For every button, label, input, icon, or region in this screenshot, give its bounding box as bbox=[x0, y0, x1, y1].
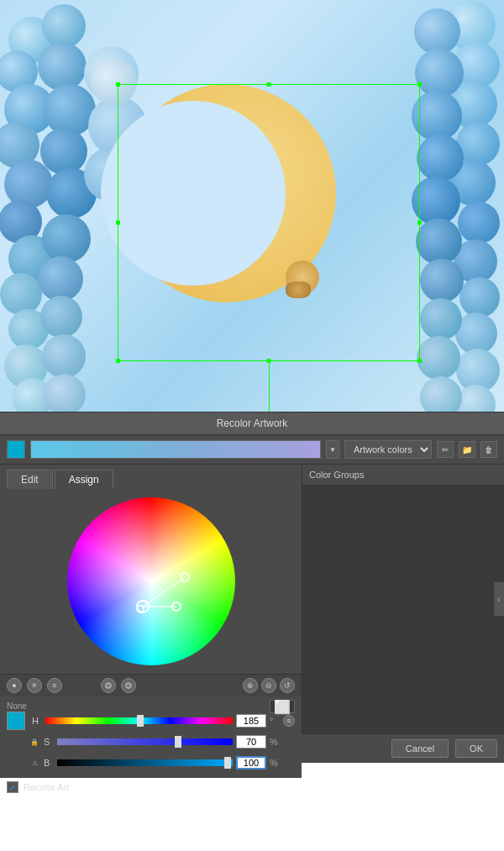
color-bar-row: ▼ Artwork colors ✏ 📁 🗑 bbox=[0, 435, 504, 465]
h-slider[interactable] bbox=[45, 715, 233, 727]
feather-circle bbox=[417, 336, 460, 380]
gear-icon-1[interactable]: ⚙ bbox=[101, 678, 116, 693]
b-unit: % bbox=[270, 758, 280, 768]
b-thumb[interactable] bbox=[224, 757, 231, 769]
feather-circle bbox=[44, 374, 86, 412]
wheel-area bbox=[0, 489, 302, 674]
s-slider[interactable] bbox=[57, 736, 233, 748]
feather-circle bbox=[420, 298, 462, 340]
tab-assign[interactable]: Assign bbox=[55, 470, 113, 489]
recolor-art-label: Recolor Art bbox=[24, 782, 69, 792]
feather-circle bbox=[414, 8, 460, 55]
h-options-icon[interactable]: ≡ bbox=[283, 715, 295, 727]
h-swatch bbox=[7, 712, 25, 730]
feather-circle bbox=[38, 256, 83, 302]
b-spacer bbox=[7, 754, 25, 772]
recolor-art-checkbox[interactable]: ✓ bbox=[7, 781, 18, 793]
b-track bbox=[57, 759, 233, 766]
artwork-colors-dropdown: Artwork colors bbox=[344, 440, 432, 459]
feather-circle bbox=[459, 277, 500, 318]
feather-circle bbox=[417, 134, 464, 181]
canvas-area bbox=[0, 0, 504, 412]
b-slider[interactable] bbox=[57, 757, 233, 769]
feather-circle bbox=[416, 218, 462, 265]
star-mode-icon[interactable]: ✳ bbox=[27, 678, 42, 693]
feather-circle bbox=[458, 202, 500, 244]
hsb-section: None ⬜ H 185 ° bbox=[0, 696, 302, 778]
trash-icon[interactable]: 🗑 bbox=[480, 441, 497, 458]
beak-shape bbox=[286, 281, 311, 298]
s-label: S bbox=[44, 737, 54, 747]
svg-point-2 bbox=[137, 601, 149, 612]
color-swatch-small[interactable] bbox=[7, 440, 25, 459]
s-spacer bbox=[7, 733, 25, 751]
right-panel: Color Groups ‹ bbox=[302, 465, 504, 733]
circle-mode-icon[interactable]: ● bbox=[7, 678, 22, 693]
feather-circle bbox=[0, 273, 42, 315]
harmony-unlink-icon[interactable]: ⊖ bbox=[261, 678, 276, 693]
dialog-title-bar: Recolor Artwork bbox=[0, 412, 504, 435]
bottom-controls: ● ✳ ≡ ⚙ ⚙ ⊕ ⊖ ↺ bbox=[0, 674, 302, 696]
feather-circle bbox=[420, 259, 464, 302]
wheel-svg bbox=[67, 497, 235, 665]
feather-circle bbox=[42, 214, 91, 263]
feather-circle bbox=[420, 376, 462, 412]
svg-line-0 bbox=[143, 577, 185, 607]
color-bar-dropdown[interactable]: ▼ bbox=[326, 440, 339, 459]
feather-circle bbox=[91, 59, 137, 105]
s-value[interactable]: 70 bbox=[236, 735, 266, 749]
cancel-button[interactable]: Cancel bbox=[391, 739, 449, 758]
s-thumb[interactable] bbox=[175, 736, 181, 748]
tab-edit[interactable]: Edit bbox=[7, 470, 53, 489]
b-warn-icon: ⚠ bbox=[29, 757, 40, 769]
color-wheel[interactable] bbox=[67, 497, 235, 665]
feather-circle bbox=[412, 91, 462, 141]
gear-icon-2[interactable]: ⚙ bbox=[121, 678, 136, 693]
tabs-container: Edit Assign bbox=[0, 465, 302, 489]
svg-point-5 bbox=[172, 602, 181, 611]
svg-point-3 bbox=[137, 606, 144, 612]
h-unit: ° bbox=[270, 716, 280, 726]
s-warn-icon: 🔒 bbox=[29, 736, 40, 748]
feather-circle bbox=[38, 42, 87, 91]
hsb-s-row: 🔒 S 70 % bbox=[7, 733, 295, 751]
b-value[interactable]: 100 bbox=[236, 756, 266, 770]
ok-button[interactable]: OK bbox=[455, 739, 497, 758]
left-panel: Edit Assign bbox=[0, 465, 302, 733]
feather-circle bbox=[40, 296, 82, 338]
harmony-buttons: ⊕ ⊖ ↺ bbox=[243, 678, 295, 693]
none-display-box: ⬜ bbox=[270, 700, 295, 713]
recolor-row: ✓ Recolor Art bbox=[0, 778, 302, 796]
s-unit: % bbox=[270, 737, 280, 747]
b-label: B bbox=[44, 758, 54, 768]
bar-mode-icon[interactable]: ≡ bbox=[47, 678, 62, 693]
dialog-title: Recolor Artwork bbox=[217, 418, 288, 429]
folder-icon[interactable]: 📁 bbox=[459, 441, 475, 458]
recolor-artwork-dialog: Recolor Artwork ▼ Artwork colors ✏ 📁 🗑 E… bbox=[0, 412, 504, 763]
color-groups-header: Color Groups bbox=[302, 465, 504, 486]
s-track bbox=[57, 738, 233, 745]
harmony-link-icon[interactable]: ⊕ bbox=[243, 678, 258, 693]
svg-point-4 bbox=[181, 573, 189, 581]
main-content: Edit Assign bbox=[0, 465, 504, 733]
color-gradient-bar[interactable] bbox=[30, 440, 321, 459]
artwork-colors-select[interactable]: Artwork colors bbox=[344, 440, 432, 459]
h-value[interactable]: 185 bbox=[236, 714, 266, 728]
feather-circle bbox=[40, 128, 87, 175]
feather-circle bbox=[42, 334, 86, 378]
pencil-icon[interactable]: ✏ bbox=[437, 441, 454, 458]
h-label: H bbox=[32, 716, 42, 726]
h-thumb[interactable] bbox=[137, 715, 144, 727]
color-groups-content bbox=[302, 486, 504, 733]
hsb-h-row: H 185 ° ≡ bbox=[7, 712, 295, 730]
none-label: None bbox=[7, 701, 27, 711]
hsb-b-row: ⚠ B 100 % bbox=[7, 754, 295, 772]
harmony-reset-icon[interactable]: ↺ bbox=[280, 678, 295, 693]
panel-collapse-arrow[interactable]: ‹ bbox=[494, 582, 504, 616]
